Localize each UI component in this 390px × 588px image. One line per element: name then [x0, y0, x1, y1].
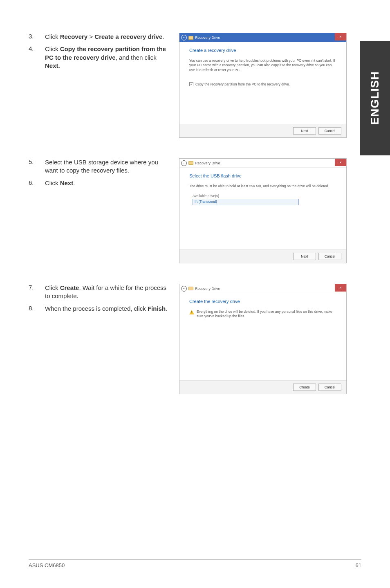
back-icon[interactable]: ← [181, 160, 187, 166]
step-text: Click Copy the recovery partition from t… [45, 45, 168, 70]
folder-icon [188, 161, 193, 165]
create-button[interactable]: Create [293, 384, 316, 391]
step-number: 3. [29, 33, 45, 41]
page-footer: ASUS CM6850 61 [29, 559, 361, 568]
dialog-titlebar: ← Recovery Drive × [179, 284, 346, 293]
recovery-dialog-select-drive: ← Recovery Drive × Select the USB flash … [179, 158, 347, 263]
warning-icon [189, 310, 194, 314]
copy-partition-label: Copy the recovery partition from the PC … [195, 82, 290, 86]
recovery-dialog-create: ← Recovery Drive × Create a recovery dri… [179, 33, 347, 138]
language-tab: ENGLISH [360, 41, 390, 155]
drive-list-item[interactable]: I:\ (Transcend) [193, 199, 299, 205]
instructions-block-2: 5. Select the USB storage device where y… [29, 158, 168, 263]
language-tab-label: ENGLISH [368, 71, 381, 125]
dialog-titlebar: ← Recovery Drive × [179, 159, 346, 168]
instructions-block-3: 7. Click Create. Wait for a while for th… [29, 284, 168, 394]
dialog-heading: Create a recovery drive [189, 48, 336, 53]
dialog-title: Recovery Drive [195, 36, 220, 40]
footer-page-number: 61 [356, 562, 361, 568]
step-number: 8. [29, 305, 45, 313]
dialog-titlebar: ← Recovery Drive × [179, 33, 346, 42]
dialog-heading: Create the recovery drive [189, 299, 336, 304]
cancel-button[interactable]: Cancel [318, 384, 341, 391]
close-button[interactable]: × [335, 33, 346, 40]
folder-icon [188, 36, 193, 40]
step-number: 4. [29, 45, 45, 70]
drive-size-note: The drive must be able to hold at least … [189, 184, 336, 188]
step-text: Click Next. [45, 179, 168, 187]
close-button[interactable]: × [335, 284, 346, 292]
back-icon[interactable]: ← [181, 286, 187, 292]
dialog-heading: Select the USB flash drive [189, 173, 336, 178]
recovery-dialog-confirm-create: ← Recovery Drive × Create the recovery d… [179, 284, 347, 394]
available-drives-label: Available drive(s) [189, 194, 336, 198]
back-icon[interactable]: ← [181, 35, 187, 40]
dialog-title: Recovery Drive [195, 161, 220, 165]
step-text: Click Create. Wait for a while for the p… [45, 284, 168, 301]
step-number: 7. [29, 284, 45, 301]
dialog-body-text: You can use a recovery drive to help tro… [189, 58, 336, 72]
cancel-button[interactable]: Cancel [318, 253, 341, 260]
folder-icon [188, 287, 193, 290]
step-text: When the process is completed, click Fin… [45, 305, 168, 313]
step-number: 6. [29, 179, 45, 187]
instructions-block-1: 3. Click Recovery > Create a recovery dr… [29, 33, 168, 138]
next-button[interactable]: Next [293, 253, 316, 260]
dialog-title: Recovery Drive [195, 287, 220, 291]
step-number: 5. [29, 158, 45, 175]
step-text: Click Recovery > Create a recovery drive… [45, 33, 168, 41]
close-button[interactable]: × [335, 159, 346, 166]
next-button[interactable]: Next [293, 127, 316, 135]
cancel-button[interactable]: Cancel [318, 127, 341, 135]
footer-product: ASUS CM6850 [29, 562, 65, 568]
warning-text: Everything on the drive will be deleted.… [197, 310, 336, 319]
step-text: Select the USB storage device where you … [45, 158, 168, 175]
copy-partition-checkbox[interactable]: ✓ [189, 82, 193, 86]
